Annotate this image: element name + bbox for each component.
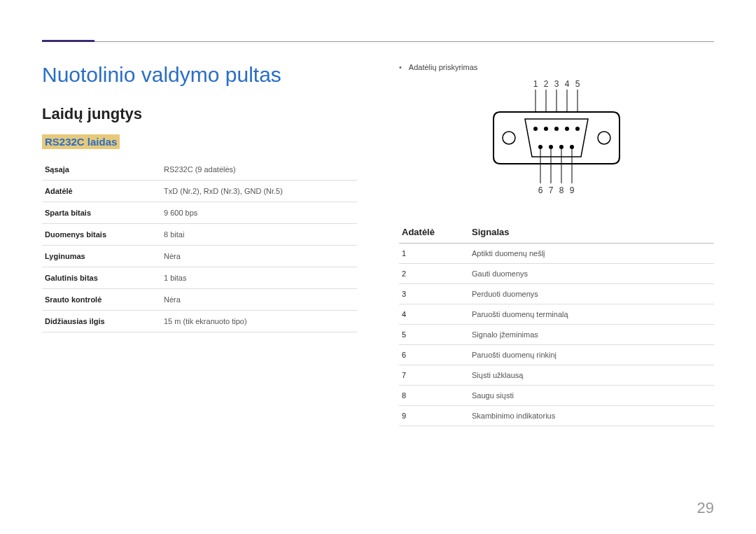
spec-row: Duomenys bitais8 bitai (42, 224, 357, 246)
spec-row: AdatėlėTxD (Nr.2), RxD (Nr.3), GND (Nr.5… (42, 181, 357, 202)
spec-value: 8 bitai (161, 224, 357, 246)
pin-header-col2: Signalas (469, 221, 714, 244)
spec-value: 15 m (tik ekranuoto tipo) (161, 311, 357, 332)
connector-diagram: 1 2 3 4 5 (399, 78, 714, 200)
spec-label: Didžiausias ilgis (42, 311, 161, 332)
spec-value: Nėra (161, 246, 357, 267)
spec-value: 9 600 bps (161, 202, 357, 224)
pin-number: 9 (399, 406, 469, 426)
pin-signal: Perduoti duomenys (469, 284, 714, 304)
pin-num-bottom: 6 (538, 185, 543, 195)
pin-row: 5Signalo įžeminimas (399, 325, 714, 345)
pin-num-top: 4 (565, 79, 570, 89)
spec-row: Didžiausias ilgis15 m (tik ekranuoto tip… (42, 311, 357, 332)
pin-row: 2Gauti duomenys (399, 264, 714, 284)
pin-number: 3 (399, 284, 469, 304)
spec-value: Nėra (161, 289, 357, 311)
pin-num-bottom: 9 (570, 185, 575, 195)
spec-row: Galutinis bitas1 bitas (42, 267, 357, 289)
pin-number: 7 (399, 365, 469, 386)
pin-row: 8Saugu siųsti (399, 386, 714, 406)
pin-row: 9Skambinimo indikatorius (399, 406, 714, 426)
spec-value: TxD (Nr.2), RxD (Nr.3), GND (Nr.5) (161, 181, 357, 202)
pin-num-top: 3 (554, 79, 559, 89)
pin-num-bottom: 8 (559, 185, 564, 195)
pin-signal: Paruošti duomenų terminalą (469, 304, 714, 325)
pin-num-top: 1 (533, 79, 538, 89)
spec-table: SąsajaRS232C (9 adatėlės)AdatėlėTxD (Nr.… (42, 159, 357, 332)
spec-label: Duomenys bitais (42, 224, 161, 246)
svg-point-9 (554, 127, 559, 131)
pin-number: 6 (399, 345, 469, 365)
svg-point-5 (503, 132, 515, 144)
svg-point-11 (575, 127, 580, 131)
spec-row: SąsajaRS232C (9 adatėlės) (42, 159, 357, 181)
pin-number: 2 (399, 264, 469, 284)
svg-point-10 (565, 127, 569, 131)
pin-signal: Siųsti užklausą (469, 365, 714, 386)
pin-row: 7Siųsti užklausą (399, 365, 714, 386)
pin-number: 8 (399, 386, 469, 406)
spec-value: 1 bitas (161, 267, 357, 289)
spec-label: Srauto kontrolė (42, 289, 161, 311)
pin-signal: Skambinimo indikatorius (469, 406, 714, 426)
pin-row: 6Paruošti duomenų rinkinį (399, 345, 714, 365)
spec-label: Galutinis bitas (42, 267, 161, 289)
left-column: Nuotolinio valdymo pultas Laidų jungtys … (42, 63, 357, 426)
page-number: 29 (697, 499, 714, 517)
spec-label: Sparta bitais (42, 202, 161, 224)
pin-number: 4 (399, 304, 469, 325)
section-title: Laidų jungtys (42, 105, 357, 123)
svg-point-6 (598, 132, 610, 144)
spec-row: Srauto kontrolėNėra (42, 289, 357, 311)
spec-label: Sąsaja (42, 159, 161, 181)
pin-signal: Aptikti duomenų nešlį (469, 244, 714, 264)
pin-signal: Saugu siųsti (469, 386, 714, 406)
subsection-title: RS232C laidas (42, 134, 120, 149)
svg-point-7 (533, 127, 538, 131)
pin-num-bottom: 7 (549, 185, 554, 195)
spec-label: Adatėlė (42, 181, 161, 202)
pin-row: 4Paruošti duomenų terminalą (399, 304, 714, 325)
pin-row: 1Aptikti duomenų nešlį (399, 244, 714, 264)
spec-label: Lyginumas (42, 246, 161, 267)
pin-number: 1 (399, 244, 469, 264)
pin-num-top: 5 (575, 79, 580, 89)
spec-row: LyginumasNėra (42, 246, 357, 267)
pin-number: 5 (399, 325, 469, 345)
svg-point-8 (544, 127, 548, 131)
spec-row: Sparta bitais9 600 bps (42, 202, 357, 224)
pin-signal: Signalo įžeminimas (469, 325, 714, 345)
pin-signal: Gauti duomenys (469, 264, 714, 284)
header-rule (42, 28, 714, 42)
pin-num-top: 2 (544, 79, 549, 89)
pin-row: 3Perduoti duomenys (399, 284, 714, 304)
pin-header-col1: Adatėlė (399, 221, 469, 244)
pin-table: Adatėlė Signalas 1Aptikti duomenų nešlį2… (399, 221, 714, 426)
page-title: Nuotolinio valdymo pultas (42, 63, 357, 87)
spec-value: RS232C (9 adatėlės) (161, 159, 357, 181)
right-column: Adatėlių priskyrimas 1 2 3 4 5 (399, 63, 714, 426)
pin-signal: Paruošti duomenų rinkinį (469, 345, 714, 365)
assignment-label: Adatėlių priskyrimas (399, 63, 714, 71)
